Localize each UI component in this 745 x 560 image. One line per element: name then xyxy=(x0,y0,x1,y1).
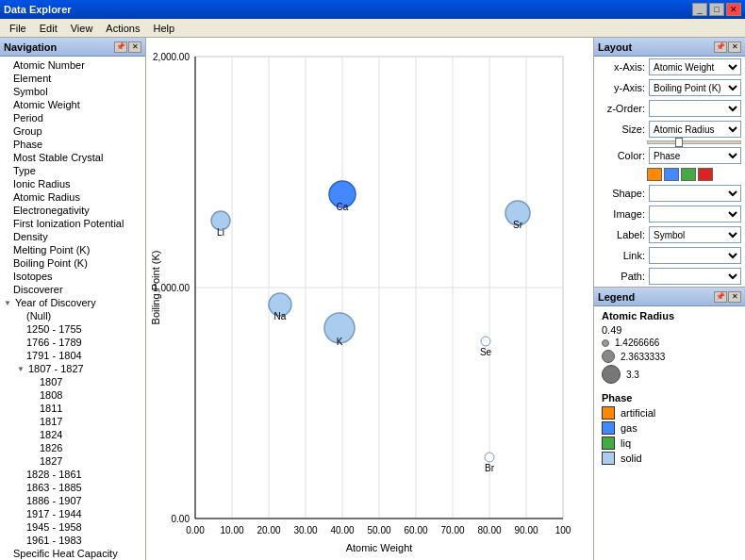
nav-item[interactable]: ▶(Null) xyxy=(0,309,145,322)
swatch-red[interactable] xyxy=(698,168,713,181)
nav-item[interactable]: ▶1945 - 1958 xyxy=(0,520,145,534)
arrow-placeholder: ▶ xyxy=(4,88,9,96)
nav-item[interactable]: ▶1826 xyxy=(0,441,145,454)
color-select[interactable]: Phase xyxy=(649,147,741,164)
menu-file[interactable]: File xyxy=(4,21,32,36)
path-select[interactable] xyxy=(649,268,741,285)
swatch-orange[interactable] xyxy=(647,168,662,181)
link-select[interactable] xyxy=(649,247,741,264)
legend-panel-header: Legend 📌 ✕ xyxy=(594,288,745,306)
swatch-green[interactable] xyxy=(681,168,696,181)
svg-text:2,000.00: 2,000.00 xyxy=(153,52,190,62)
phase-liq-row: liq xyxy=(602,436,737,451)
layout-pin-button[interactable]: 📌 xyxy=(714,41,727,53)
right-panels: Layout 📌 ✕ x-Axis: Atomic Weight y-Axis:… xyxy=(594,38,745,560)
nav-item[interactable]: ▶Ionic Radius xyxy=(0,177,145,190)
image-select[interactable] xyxy=(649,206,741,222)
menu-view[interactable]: View xyxy=(65,21,99,36)
nav-item[interactable]: ▶Isotopes xyxy=(0,270,145,283)
nav-item[interactable]: ▶Group xyxy=(0,124,145,138)
close-button[interactable]: ✕ xyxy=(726,3,741,16)
nav-item[interactable]: ▶1824 xyxy=(0,428,145,441)
nav-item[interactable]: ▶1828 - 1861 xyxy=(0,468,145,481)
nav-content[interactable]: ▶Atomic Number▶Element▶Symbol▶Atomic Wei… xyxy=(0,57,145,560)
nav-item[interactable]: ▶Specific Heat Capacity xyxy=(0,547,145,560)
size-slider-track[interactable] xyxy=(647,140,741,144)
nav-item[interactable]: ▶Type xyxy=(0,164,145,177)
shape-select[interactable] xyxy=(649,185,741,202)
arrow-placeholder: ▶ xyxy=(4,114,9,123)
nav-item[interactable]: ▶Electronegativity xyxy=(0,204,145,217)
nav-item-label: Most Stable Crystal xyxy=(13,152,103,163)
nav-item[interactable]: ▼1807 - 1827 xyxy=(0,362,145,375)
svg-text:10.00: 10.00 xyxy=(220,525,243,535)
nav-item[interactable]: ▶1817 xyxy=(0,415,145,428)
size-slider-thumb[interactable] xyxy=(675,138,683,147)
zorder-select[interactable] xyxy=(649,100,741,117)
arrow-placeholder: ▶ xyxy=(17,536,23,545)
svg-text:100: 100 xyxy=(555,525,571,535)
nav-item[interactable]: ▼Year of Discovery xyxy=(0,296,145,309)
nav-item[interactable]: ▶1811 xyxy=(0,402,145,415)
maximize-button[interactable]: □ xyxy=(709,3,724,16)
yaxis-row: y-Axis: Boiling Point (K) xyxy=(594,77,745,98)
nav-item[interactable]: ▶Melting Point (K) xyxy=(0,243,145,256)
nav-item[interactable]: ▶Symbol xyxy=(0,85,145,98)
nav-item[interactable]: ▶1863 - 1885 xyxy=(0,481,145,494)
nav-item[interactable]: ▶1791 - 1804 xyxy=(0,349,145,362)
nav-item[interactable]: ▶Period xyxy=(0,111,145,124)
color-row: Color: Phase xyxy=(594,145,745,166)
nav-item[interactable]: ▶Most Stable Crystal xyxy=(0,151,145,164)
size-select[interactable]: Atomic Radius xyxy=(649,121,741,138)
nav-item[interactable]: ▶1917 - 1944 xyxy=(0,507,145,520)
layout-panel-title: Layout xyxy=(598,41,632,53)
swatch-blue[interactable] xyxy=(664,168,679,181)
title-bar: Data Explorer _ □ ✕ xyxy=(0,0,745,19)
nav-item[interactable]: ▶Phase xyxy=(0,138,145,151)
menu-edit[interactable]: Edit xyxy=(34,21,63,36)
minimize-button[interactable]: _ xyxy=(692,3,707,16)
nav-item[interactable]: ▶Density xyxy=(0,230,145,243)
nav-item[interactable]: ▶Atomic Weight xyxy=(0,98,145,111)
nav-item[interactable]: ▶1827 xyxy=(0,454,145,468)
nav-pin-button[interactable]: 📌 xyxy=(114,41,127,53)
nav-item-label: (Null) xyxy=(26,310,51,321)
arrow-placeholder: ▶ xyxy=(4,259,9,268)
legend-panel: Legend 📌 ✕ Atomic Radius 0.49 1.4266666 … xyxy=(594,288,745,560)
xaxis-select[interactable]: Atomic Weight xyxy=(649,58,741,75)
nav-item-label: 1827 xyxy=(40,455,62,467)
arrow-placeholder: ▶ xyxy=(4,272,9,281)
nav-item[interactable]: ▶Atomic Number xyxy=(0,58,145,72)
nav-item-label: 1886 - 1907 xyxy=(26,495,82,506)
nav-item[interactable]: ▶1250 - 1755 xyxy=(0,322,145,336)
label-select[interactable]: Symbol xyxy=(649,226,741,243)
menu-help[interactable]: Help xyxy=(147,21,180,36)
nav-item[interactable]: ▶Discoverer xyxy=(0,283,145,296)
nav-item[interactable]: ▶1808 xyxy=(0,388,145,402)
data-point-br[interactable] xyxy=(485,453,494,462)
nav-item[interactable]: ▶Atomic Radius xyxy=(0,190,145,204)
nav-item[interactable]: ▶Boiling Point (K) xyxy=(0,256,145,270)
svg-text:Ca: Ca xyxy=(337,202,349,212)
nav-item[interactable]: ▶1886 - 1907 xyxy=(0,494,145,507)
svg-text:0.00: 0.00 xyxy=(172,514,190,524)
layout-close-button[interactable]: ✕ xyxy=(728,41,741,53)
data-point-se[interactable] xyxy=(481,337,490,346)
nav-item[interactable]: ▶Element xyxy=(0,72,145,85)
nav-panel-title: Navigation xyxy=(4,41,57,53)
svg-text:60.00: 60.00 xyxy=(404,525,427,535)
arrow-placeholder: ▶ xyxy=(30,404,36,413)
svg-text:90.00: 90.00 xyxy=(514,525,538,535)
nav-item[interactable]: ▶First Ionization Potential xyxy=(0,217,145,230)
yaxis-select[interactable]: Boiling Point (K) xyxy=(649,79,741,96)
menu-actions[interactable]: Actions xyxy=(100,21,145,36)
app-title: Data Explorer xyxy=(4,4,72,15)
legend-pin-button[interactable]: 📌 xyxy=(714,291,727,303)
svg-text:40.00: 40.00 xyxy=(330,525,354,535)
nav-item[interactable]: ▶1766 - 1789 xyxy=(0,336,145,349)
nav-close-button[interactable]: ✕ xyxy=(128,41,141,53)
nav-item[interactable]: ▶1961 - 1983 xyxy=(0,534,145,547)
arrow-placeholder: ▶ xyxy=(4,246,9,255)
nav-item[interactable]: ▶1807 xyxy=(0,375,145,388)
legend-close-button[interactable]: ✕ xyxy=(728,291,741,303)
